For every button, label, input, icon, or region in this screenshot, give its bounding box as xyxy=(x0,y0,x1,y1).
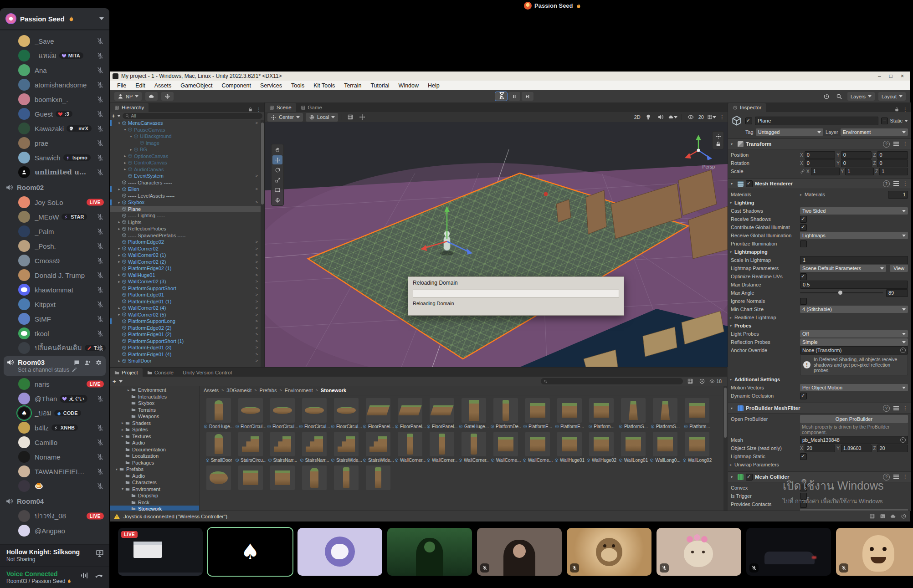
view-button[interactable]: View xyxy=(890,265,908,272)
hierarchy-item[interactable]: PlatformSupportShort > xyxy=(110,285,261,292)
folder-row[interactable]: Weapons xyxy=(110,413,199,420)
grid-snap-button[interactable] xyxy=(346,113,355,122)
asset-item[interactable]: WallLong0... xyxy=(649,432,681,463)
snap-increment-button[interactable] xyxy=(358,113,367,122)
hierarchy-item[interactable]: PlatformEdge01 > xyxy=(110,291,261,298)
asset-item[interactable]: Platform... xyxy=(681,398,713,429)
hierarchy-item[interactable]: ▸ Ellen > xyxy=(110,186,261,193)
folder-row[interactable]: Audio xyxy=(110,440,199,446)
gear-icon[interactable] xyxy=(95,359,102,366)
status-refresh-icon[interactable] xyxy=(901,513,907,519)
slider-track[interactable] xyxy=(800,292,883,293)
menu-item[interactable]: File xyxy=(113,82,131,89)
cloud-services-button[interactable] xyxy=(145,92,158,101)
inspector-row[interactable]: Prioritize Illumination X Y xyxy=(731,240,908,248)
hierarchy-item[interactable]: PlatformEdge01 (2) > xyxy=(110,331,261,338)
prefab-arrow[interactable]: > xyxy=(256,266,258,271)
participant-video-tile[interactable] xyxy=(297,528,382,576)
inspector-row[interactable]: Position X0 Y0 xyxy=(731,151,908,159)
asset-item[interactable] xyxy=(362,465,394,490)
prefab-arrow[interactable]: > xyxy=(256,121,258,125)
prefab-arrow[interactable]: > xyxy=(256,246,258,251)
subsection-header[interactable]: ▾Lightmapping xyxy=(730,249,768,255)
prefab-arrow[interactable]: > xyxy=(256,326,258,330)
inspector-row[interactable]: Lightmap Static X Y xyxy=(731,452,908,460)
asset-item[interactable]: FloorCircul... xyxy=(298,398,330,429)
layers-dropdown[interactable]: Layers xyxy=(847,92,875,101)
hierarchy-item[interactable]: PlatformEdge01 (4) > xyxy=(110,351,261,358)
expand-arrow[interactable]: ▾ xyxy=(123,128,128,132)
hierarchy-item[interactable]: PlatformSupportShort (1) > xyxy=(110,338,261,345)
member-row[interactable]: ปลื้มคนดีคนเดิมT:/S xyxy=(0,341,109,355)
member-row[interactable]: Joy SoLoLIVE xyxy=(0,195,109,210)
inspector-row[interactable]: Materials 1 1 X Y xyxy=(731,190,908,199)
search-by-type-button[interactable] xyxy=(686,377,695,386)
breadcrumb-item[interactable]: Prefabs xyxy=(260,388,277,393)
voice-channel-header[interactable]: Room02 xyxy=(0,179,109,195)
member-row[interactable]: StMF xyxy=(0,312,109,326)
asset-item[interactable] xyxy=(298,465,330,490)
folder-row[interactable]: ▾ Environment xyxy=(110,486,199,493)
component-header[interactable]: ▾ Mesh Collider ? ⋮ xyxy=(728,472,911,482)
expand-arrow[interactable]: ▸ xyxy=(120,434,125,438)
property-checkbox[interactable] xyxy=(800,493,807,500)
folder-row[interactable]: Audio xyxy=(110,473,199,480)
hierarchy-item[interactable]: ----- SpawnedPrefabs ----- > xyxy=(110,232,261,239)
inspector-row[interactable]: Lightmap Parameters Scene Default Parame… xyxy=(731,264,908,272)
expand-arrow[interactable]: ▾ xyxy=(117,121,122,125)
subsection-header[interactable]: ▾Additional Settings xyxy=(730,377,780,382)
object-picker-icon[interactable] xyxy=(900,437,906,443)
folder-row[interactable]: Interactables xyxy=(110,394,199,400)
inspector-row[interactable]: Optimize Realtime UVs X Y xyxy=(731,272,908,281)
expand-arrow[interactable]: ▾ xyxy=(114,467,119,471)
member-row[interactable]: boomkxn_. xyxy=(0,92,109,107)
folder-row[interactable]: ▸ Environment xyxy=(110,387,199,394)
folder-row[interactable]: ▸ Textures xyxy=(110,433,199,440)
hierarchy-item[interactable]: Plane > xyxy=(110,206,261,213)
hierarchy-scrollbar[interactable] xyxy=(261,120,264,367)
member-row[interactable]: บ่าวซ่ง_08LIVE xyxy=(0,509,109,523)
lock-icon[interactable] xyxy=(248,107,253,112)
expand-arrow[interactable]: ▸ xyxy=(117,246,122,251)
inspector-row[interactable]: Light Probes Off Off X Y xyxy=(731,330,908,338)
property-checkbox[interactable] xyxy=(800,453,807,460)
scene-lighting-toggle[interactable] xyxy=(644,113,653,122)
property-checkbox[interactable] xyxy=(800,240,807,247)
property-checkbox[interactable] xyxy=(800,298,807,305)
asset-item[interactable]: StairsNarr... xyxy=(267,432,298,463)
asset-item[interactable]: StairsWide... xyxy=(362,432,394,463)
minimize-button[interactable]: – xyxy=(878,73,881,79)
property-checkbox[interactable] xyxy=(800,224,807,231)
preset-icon[interactable] xyxy=(893,406,899,410)
x-field[interactable]: 20 xyxy=(805,445,836,452)
asset-item[interactable]: SmallDoor xyxy=(203,432,235,463)
member-row[interactable]: _แหม่มMITA xyxy=(0,48,109,63)
scene-effects-dropdown[interactable] xyxy=(668,113,677,122)
static-dropdown-icon[interactable] xyxy=(904,120,908,122)
move-tool[interactable] xyxy=(272,155,282,164)
hierarchy-item[interactable]: ----- LevelAssets ----- > xyxy=(110,193,261,199)
inspector-row[interactable]: Mesh pb_Mesh139848 pb_Mesh139848 X xyxy=(731,436,908,444)
asset-item[interactable]: WallCorne... xyxy=(522,432,554,463)
asset-item[interactable] xyxy=(267,465,298,490)
inspector-row[interactable]: Receive Shadows X Y xyxy=(731,215,908,223)
foldout-row[interactable]: ▸Realtime Lightmap xyxy=(730,315,776,320)
menu-item[interactable]: Window xyxy=(394,82,423,89)
pivot-overlay-icon[interactable] xyxy=(715,133,721,139)
property-field[interactable]: 0.5 xyxy=(800,281,908,289)
expand-arrow[interactable]: ▸ xyxy=(123,154,128,158)
member-row[interactable]: _Posh. xyxy=(0,239,109,253)
property-checkbox[interactable] xyxy=(800,273,807,280)
hierarchy-item[interactable]: image > xyxy=(110,140,261,147)
expand-arrow[interactable]: ▸ xyxy=(120,421,125,425)
participant-video-tile[interactable] xyxy=(836,528,913,576)
x-field[interactable]: 1 xyxy=(811,168,840,175)
inspector-row[interactable]: X Y Z xyxy=(731,354,908,375)
component-menu-icon[interactable]: ⋮ xyxy=(903,142,908,146)
menu-item[interactable]: Terrain xyxy=(339,82,366,89)
inspector-row[interactable]: Lightmapping X Y xyxy=(730,248,908,256)
component-menu-icon[interactable]: ⋮ xyxy=(903,181,908,186)
property-dropdown[interactable]: 4 (Stitchable) xyxy=(800,306,908,313)
voice-channel-header[interactable]: Room04 xyxy=(0,493,109,509)
rect-tool[interactable] xyxy=(272,185,282,194)
